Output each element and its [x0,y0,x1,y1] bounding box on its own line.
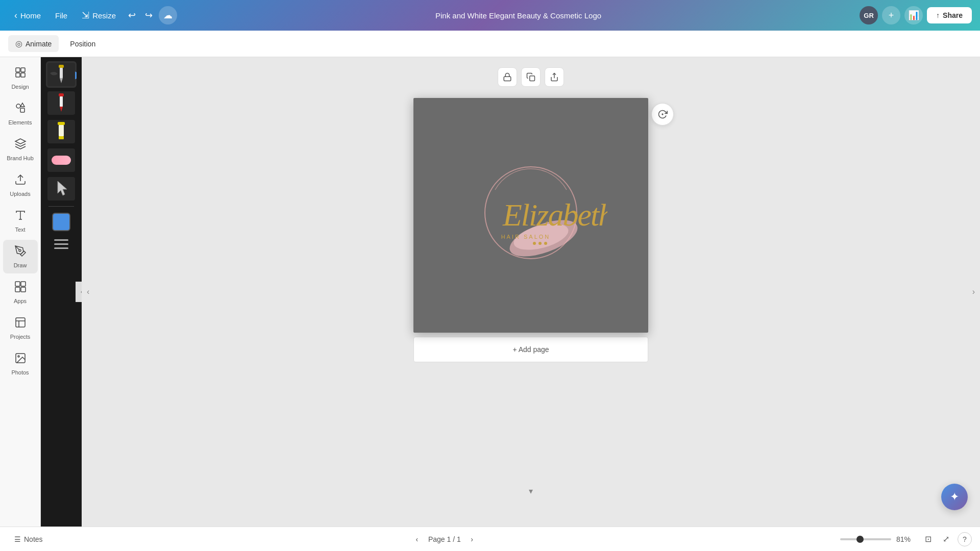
svg-point-9 [19,249,21,252]
animate-label: Animate [26,40,52,48]
share-button[interactable]: ↑ Share [927,7,972,23]
brand-hub-icon [14,138,27,153]
canvas-area: ‹ › [82,57,980,527]
fit-page-button[interactable]: ⊡ [922,532,935,546]
zoom-slider[interactable] [840,538,891,540]
position-button[interactable]: Position [63,36,103,52]
eraser-tool[interactable] [46,176,77,202]
svg-rect-18 [59,65,64,68]
page-info: Page 1 / 1 [428,535,461,543]
svg-rect-13 [21,287,26,292]
menu-line-1 [54,239,68,241]
help-button[interactable]: ? [958,532,972,546]
svg-point-16 [18,356,19,357]
add-page-button[interactable]: + Add page [413,337,648,362]
avatar[interactable]: GR [860,6,878,24]
sidebar-item-text[interactable]: Text [3,204,38,238]
notes-icon: ☰ [14,535,21,543]
fullscreen-button[interactable]: ⤢ [940,532,952,546]
svg-rect-3 [21,73,25,77]
svg-point-4 [16,104,20,108]
svg-rect-2 [16,73,20,77]
design-canvas[interactable]: Elizabeth HAIR SALON [413,98,648,333]
brush-tool-2[interactable] [46,90,77,116]
previous-page-button[interactable]: ‹ [410,532,424,546]
brush-tool-1[interactable]: ▶ [46,61,77,88]
apps-icon [14,281,27,296]
lock-button[interactable] [498,67,517,87]
brush-3-preview [47,120,75,143]
file-label: File [55,11,67,20]
svg-rect-5 [20,108,24,112]
svg-rect-19 [60,68,63,78]
active-color-swatch[interactable] [52,213,70,231]
brush-1-preview [47,63,75,86]
more-options-button[interactable] [50,235,72,253]
file-button[interactable]: File [49,8,74,23]
bottom-right: 81% ⊡ ⤢ ? [840,532,972,546]
svg-rect-12 [15,287,20,292]
brush-tool-4[interactable] [46,147,77,173]
undo-button[interactable]: ↩ [124,7,140,24]
secondary-bar: ◎ Animate Position [0,31,980,57]
zoom-level: 81% [896,535,917,543]
scroll-right-arrow[interactable]: › [972,287,975,296]
uploads-icon [14,173,27,189]
chevron-left-icon: ‹ [14,10,17,21]
svg-rect-11 [21,282,26,286]
sidebar-item-design[interactable]: Design [3,61,38,95]
stats-button[interactable]: 📊 [904,6,923,24]
draw-icon [14,245,27,260]
resize-label: Resize [92,11,116,20]
svg-point-42 [544,242,547,245]
home-button[interactable]: ‹ Home [8,7,47,24]
sidebar-item-apps[interactable]: Apps [3,276,38,309]
sidebar-item-uploads[interactable]: Uploads [3,168,38,202]
refresh-button[interactable] [651,103,674,126]
color-picker[interactable] [52,213,70,231]
svg-rect-28 [52,156,71,165]
sidebar-item-brand-hub[interactable]: Brand Hub [3,133,38,166]
next-page-button[interactable]: › [465,532,479,546]
notes-label: Notes [24,535,43,543]
undo-redo-group: ↩ ↪ [124,7,157,24]
draw-label: Draw [14,262,27,268]
topbar: ‹ Home File ⇲ Resize ↩ ↪ ☁ Pink and Whit… [0,0,980,31]
svg-rect-1 [21,68,25,72]
canvas-wrapper: Elizabeth HAIR SALON + Add page [413,98,648,362]
sidebar-item-elements[interactable]: Elements [3,97,38,131]
duplicate-button[interactable] [521,67,541,87]
document-title[interactable]: Pink and White Elegant Beauty & Cosmetic… [435,11,601,20]
avatar-initials: GR [864,12,874,19]
svg-rect-25 [59,125,64,136]
notes-button[interactable]: ☰ Notes [8,532,49,546]
share-label: Share [943,11,963,19]
panel-divider [48,206,74,207]
svg-point-41 [538,242,542,245]
topbar-right: GR + 📊 ↑ Share [860,6,972,24]
animate-icon: ◎ [15,39,22,48]
svg-point-40 [533,242,536,245]
svg-marker-6 [20,103,24,107]
elements-label: Elements [9,119,32,126]
projects-label: Projects [10,334,31,340]
share-icon: ↑ [936,11,940,19]
add-collaborator-button[interactable]: + [882,6,900,24]
redo-button[interactable]: ↪ [141,7,157,24]
ai-assistant-button[interactable]: ✦ [941,484,968,510]
svg-rect-26 [59,136,64,139]
svg-rect-32 [530,76,535,81]
topbar-center: Pink and White Elegant Beauty & Cosmetic… [181,11,855,20]
sidebar-item-projects[interactable]: Projects [3,311,38,345]
export-button[interactable] [545,67,564,87]
brush-tool-3[interactable] [46,118,77,145]
sidebar-item-photos[interactable]: Photos [3,347,38,381]
resize-button[interactable]: ⇲ Resize [76,7,122,24]
menu-line-2 [54,243,68,245]
bottom-left: ☰ Notes [8,532,49,546]
cloud-button[interactable]: ☁ [159,6,177,24]
sidebar-item-draw[interactable]: Draw [3,240,38,273]
animate-button[interactable]: ◎ Animate [8,35,59,52]
scroll-left-arrow[interactable]: ‹ [87,287,89,296]
scroll-down-arrow[interactable]: ▾ [529,486,533,496]
